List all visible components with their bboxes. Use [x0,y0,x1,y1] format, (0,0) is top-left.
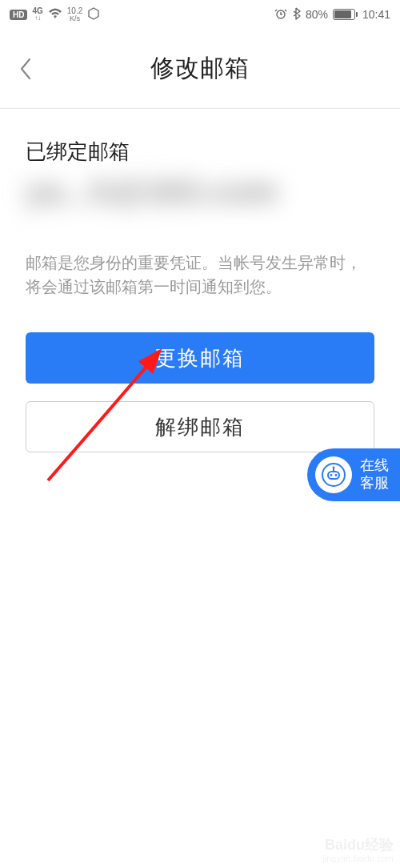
support-text: 在线 客服 [360,457,389,492]
online-support-button[interactable]: 在线 客服 [307,448,400,501]
net-speed-unit: K/s [70,15,80,22]
chevron-left-icon [18,57,33,81]
page-title: 修改邮箱 [150,52,250,85]
support-robot-icon [315,456,352,493]
clock-time: 10:41 [362,8,390,21]
watermark-sub: jingyan.baidu.com [322,854,394,863]
hd-badge: HD [10,10,27,20]
wifi-icon [48,8,62,22]
support-line2: 客服 [360,475,389,492]
svg-marker-0 [89,8,98,19]
network-arrows: ↑↓ [34,15,41,22]
battery-percentage: 80% [306,8,328,21]
status-bar-left: HD 4G ↑↓ 10.2 K/s [10,7,100,22]
bound-email-label: 已绑定邮箱 [26,138,374,166]
main-content: 已绑定邮箱 ya...h@163.com 邮箱是您身份的重要凭证。当帐号发生异常… [0,109,400,452]
unbind-email-button[interactable]: 解绑邮箱 [26,401,374,452]
svg-rect-3 [328,472,339,479]
net-speed-value: 10.2 [67,7,82,15]
bound-email-value: ya...h@163.com [26,174,374,230]
unbind-email-label: 解绑邮箱 [155,413,245,441]
support-line1: 在线 [360,457,389,475]
svg-point-5 [335,474,338,476]
nav-bar: 修改邮箱 [0,29,400,109]
back-button[interactable] [10,53,42,85]
change-email-label: 更换邮箱 [155,344,245,372]
svg-point-7 [333,467,335,469]
status-bar-right: 80% 10:41 [274,7,390,22]
bluetooth-icon [292,7,301,22]
status-bar: HD 4G ↑↓ 10.2 K/s 80% 10:41 [0,0,400,29]
hint-text: 邮箱是您身份的重要凭证。当帐号发生异常时，将会通过该邮箱第一时间通知到您。 [26,251,374,299]
hexagon-icon [87,7,100,22]
watermark: Baidu经验 jingyan.baidu.com [322,838,394,863]
change-email-button[interactable]: 更换邮箱 [26,332,374,384]
net-speed: 10.2 K/s [67,7,82,22]
svg-point-4 [330,474,333,476]
watermark-brand: Baidu经验 [325,837,394,853]
alarm-icon [274,7,287,22]
battery-icon [333,9,358,20]
network-4g: 4G ↑↓ [32,7,42,22]
